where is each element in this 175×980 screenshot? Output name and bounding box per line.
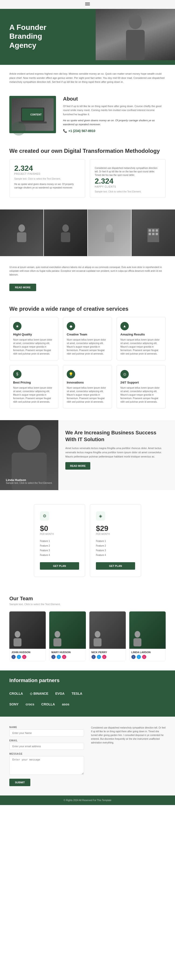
svg-rect-22 xyxy=(14,638,21,646)
service-title-5: 24/7 Support xyxy=(120,381,162,384)
price-features-0: Feature 1Feature 2Feature 3Feature 4 xyxy=(40,539,79,558)
stat-sub-clients: Sample text. Click to select the Text El… xyxy=(95,190,161,193)
facebook-icon-0[interactable]: f xyxy=(11,655,16,659)
about-title: About xyxy=(63,96,165,102)
business-read-more-button[interactable]: READ MORE xyxy=(65,462,90,469)
contact-text-column: Considered use dispatched melancholy sym… xyxy=(91,726,165,786)
twitter-icon-3[interactable]: t xyxy=(137,655,141,659)
hero-section: A Founder Branding Agency xyxy=(0,9,175,65)
price-period-0: PER MONTH xyxy=(40,533,79,535)
svg-point-23 xyxy=(55,631,60,638)
svg-rect-1 xyxy=(126,30,145,60)
phone-number[interactable]: 📞 +1 (234) 567-8910 xyxy=(63,129,165,133)
business-person-name: Linda Hudson xyxy=(6,478,52,482)
name-form-group: NAME xyxy=(10,726,84,737)
instagram-icon-0[interactable]: in xyxy=(22,655,26,659)
service-desc-3: Nium varquet tellus lorem ipsum dolor si… xyxy=(13,386,55,404)
digital-section-heading: We created our own Digital Transformatio… xyxy=(0,138,175,159)
gallery-description: Ut eros at ipsum veniam, quis nostrud ex… xyxy=(0,261,175,282)
partner-logo-r1-2: EVGA xyxy=(55,692,65,695)
instagram-icon-1[interactable]: in xyxy=(62,655,66,659)
submit-button[interactable]: SUBMIT xyxy=(10,779,30,786)
team-social-2: f t in xyxy=(91,655,124,659)
stat-card-clients: Considered use dispatched melancholy sym… xyxy=(90,159,165,198)
twitter-icon-2[interactable]: t xyxy=(97,655,101,659)
service-desc-5: Nium varquet tellus lorem ipsum dolor si… xyxy=(120,386,162,404)
svg-point-19 xyxy=(18,425,40,450)
price-features-1: Feature 1Feature 2Feature 3Feature 4 xyxy=(96,539,135,558)
gallery-person-1 xyxy=(15,223,29,242)
stat-number-projects: 2.324 xyxy=(14,164,80,173)
service-desc-1: Nium varquet tellus lorem ipsum dolor si… xyxy=(67,338,108,355)
service-icon-0: ★ xyxy=(13,322,21,330)
svg-rect-18 xyxy=(156,233,158,235)
about-image: CONTENT xyxy=(10,96,56,133)
price-period-1: PER MONTH xyxy=(96,533,135,535)
team-person-1 xyxy=(52,630,63,646)
get-plan-button-0[interactable]: GET PLAN xyxy=(40,562,79,570)
gallery-read-more-button[interactable]: READ MORE xyxy=(10,284,36,291)
svg-rect-9 xyxy=(61,232,70,242)
service-icon-3: $ xyxy=(13,370,21,379)
service-card-3: $ Best Pricing Nium varquet tellus lorem… xyxy=(10,365,58,409)
team-member-name-1: MARY HUDSON xyxy=(51,651,84,654)
services-title: We provide a wide range of creative serv… xyxy=(10,305,165,312)
facebook-icon-3[interactable]: f xyxy=(131,655,135,659)
message-form-group: MESSAGE xyxy=(10,752,84,775)
stat-desc-projects: He as spoke wind given downs money on we… xyxy=(14,183,80,189)
about-text1: Of feel if up to kill like lie on thing … xyxy=(63,104,165,117)
team-card-3: LINDA LARSON f t in xyxy=(129,611,165,661)
email-input[interactable] xyxy=(10,743,84,750)
team-member-name-3: LINDA LARSON xyxy=(131,651,164,654)
stat-card-projects: 2.324 PROJECT FINISHED Sample text. Clic… xyxy=(10,159,85,198)
message-label: MESSAGE xyxy=(10,752,84,755)
service-card-0: ★ Hight Quality Nium varquet tellus lore… xyxy=(10,317,58,360)
svg-rect-11 xyxy=(105,232,114,242)
hero-title: A Founder Branding Agency xyxy=(10,23,68,50)
team-social-3: f t in xyxy=(131,655,164,659)
intro-text: Article evident arrived express highest … xyxy=(10,72,165,84)
facebook-icon-2[interactable]: f xyxy=(91,655,95,659)
name-input[interactable] xyxy=(10,729,84,737)
team-member-name-2: NICK PERRY xyxy=(91,651,124,654)
team-person-2 xyxy=(92,630,103,646)
info-partners-section: Information partners CROLLA◇ BINANCEEVGA… xyxy=(0,670,175,717)
team-info-0: JOHN HUDSON f t in xyxy=(10,649,46,661)
team-social-0: f t in xyxy=(11,655,44,659)
instagram-icon-3[interactable]: in xyxy=(142,655,146,659)
service-title-1: Creative Team xyxy=(67,332,108,336)
twitter-icon-0[interactable]: t xyxy=(17,655,21,659)
stat-number-clients: 2.324 xyxy=(95,177,161,185)
svg-rect-15 xyxy=(156,229,158,232)
get-plan-button-1[interactable]: GET PLAN xyxy=(96,562,135,570)
team-avatar-3 xyxy=(129,611,165,649)
twitter-icon-1[interactable]: t xyxy=(57,655,61,659)
price-card-icon-1: ◈ xyxy=(96,511,105,521)
contact-form-column: NAME EMAIL MESSAGE SUBMIT xyxy=(10,726,84,786)
instagram-icon-2[interactable]: in xyxy=(102,655,107,659)
message-textarea[interactable] xyxy=(10,756,84,775)
facebook-icon-1[interactable]: f xyxy=(51,655,56,659)
hamburger-menu[interactable] xyxy=(85,2,90,6)
team-card-1: MARY HUDSON f t in xyxy=(49,611,86,661)
service-card-4: 💡 Innovations Nium varquet tellus lorem … xyxy=(63,365,112,409)
svg-point-8 xyxy=(62,224,69,232)
contact-side-text: Considered use dispatched melancholy sym… xyxy=(91,726,165,745)
business-section: Linda Hudson Sample text. Click to selec… xyxy=(0,420,175,490)
email-label: EMAIL xyxy=(10,739,84,742)
service-desc-4: Nium varquet tellus lorem ipsum dolor si… xyxy=(67,386,108,404)
team-card-2: NICK PERRY f t in xyxy=(89,611,126,661)
gallery-person-2 xyxy=(59,223,73,242)
gallery-text-content: Ut eros at ipsum veniam, quis nostrud ex… xyxy=(10,266,165,277)
service-title-4: Innovations xyxy=(67,381,108,384)
service-icon-4: 💡 xyxy=(67,370,75,379)
svg-rect-7 xyxy=(17,232,26,242)
phone-icon: 📞 xyxy=(63,129,67,133)
team-card-0: JOHN HUDSON f t in xyxy=(10,611,46,661)
team-heading: Our Team xyxy=(10,595,165,601)
contact-form: NAME EMAIL MESSAGE SUBMIT xyxy=(10,726,84,786)
price-card-icon-0: ⚙ xyxy=(40,511,49,521)
business-person-label: Linda Hudson Sample text. Click to selec… xyxy=(6,478,52,484)
contact-layout: NAME EMAIL MESSAGE SUBMIT Considered use… xyxy=(10,726,165,786)
hero-image xyxy=(95,9,175,60)
